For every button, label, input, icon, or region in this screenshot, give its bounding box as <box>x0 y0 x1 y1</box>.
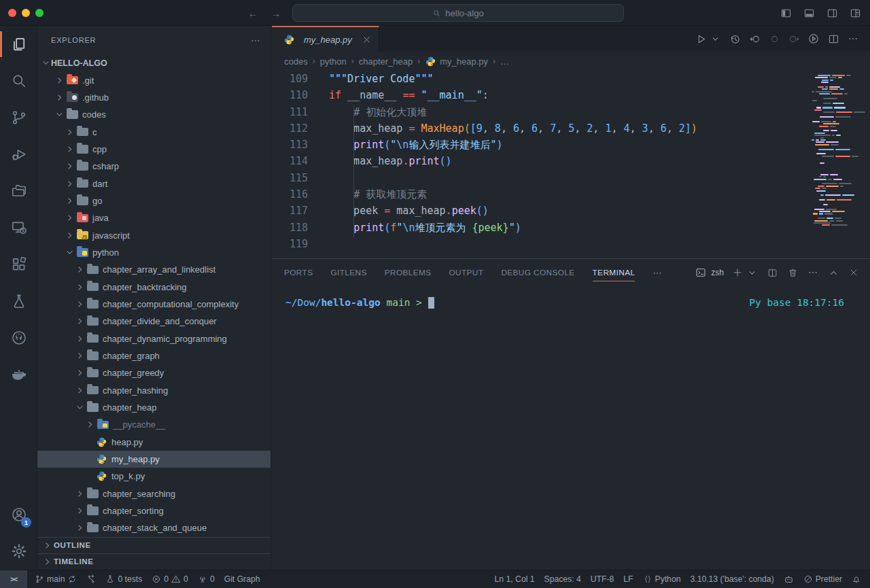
panel-tabs-more-icon[interactable]: ⋯ <box>652 268 662 278</box>
tree-item-dart[interactable]: dart <box>37 175 271 192</box>
panel-split-panel-icon[interactable] <box>765 265 779 280</box>
panel-tab-debug-console[interactable]: DEBUG CONSOLE <box>501 259 574 286</box>
editor-action-circle-plain-icon[interactable] <box>767 31 782 47</box>
command-center-search[interactable]: hello-algo <box>292 4 624 22</box>
tree-item-c[interactable]: c <box>37 123 271 140</box>
tree-item--github[interactable]: .github <box>37 89 271 106</box>
activity-folders[interactable] <box>0 173 37 209</box>
breadcrumb-item[interactable]: python <box>320 56 347 67</box>
tree-item-codes[interactable]: codes <box>37 106 271 123</box>
tree-item-top-k-py[interactable]: top_k.py <box>37 468 271 485</box>
layout-sidebar-right-icon[interactable] <box>825 5 839 20</box>
minimize-window-button[interactable] <box>22 9 30 17</box>
status-language-mode[interactable]: Python <box>638 570 686 588</box>
close-tab-icon[interactable] <box>362 35 372 45</box>
panel-close-icon[interactable] <box>847 265 860 280</box>
activity-extensions[interactable] <box>0 246 37 283</box>
editor-action-run-icon[interactable] <box>693 31 708 47</box>
status-git-branch[interactable]: main <box>30 570 82 588</box>
tree-item-javascript[interactable]: javascript <box>37 226 271 243</box>
tab-my-heap[interactable]: my_heap.py <box>272 26 379 52</box>
panel-tab-ports[interactable]: PORTS <box>284 259 313 286</box>
activity-remote-explorer[interactable] <box>0 209 37 246</box>
tree-item-chapter-greedy[interactable]: chapter_greedy <box>37 364 271 381</box>
tree-item-chapter-searching[interactable]: chapter_searching <box>37 485 271 502</box>
tree-item-chapter-heap[interactable]: chapter_heap <box>37 399 271 416</box>
panel-tab-output[interactable]: OUTPUT <box>449 259 483 286</box>
editor-action-ellipsis-icon[interactable] <box>846 31 860 47</box>
tree-item-heap-py[interactable]: heap.py <box>37 434 271 451</box>
tree-item-chapter-computational-complexity[interactable]: chapter_computational_complexity <box>37 296 271 313</box>
status-copilot[interactable] <box>779 570 799 588</box>
editor-action-history-icon[interactable] <box>727 31 742 47</box>
activity-settings-gear[interactable] <box>0 533 37 570</box>
breadcrumb-item[interactable]: chapter_heap <box>359 56 413 67</box>
new-terminal-icon[interactable] <box>731 265 744 280</box>
panel-chevron-up-icon[interactable] <box>826 265 840 280</box>
editor-action-circle-forward-icon[interactable] <box>786 31 801 47</box>
tree-item-chapter-divide-and-conquer[interactable]: chapter_divide_and_conquer <box>37 313 271 330</box>
terminal[interactable]: ~/Dow/hello-algo main > Py base 18:17:16 <box>272 286 870 570</box>
terminal-profile-dropdown-icon[interactable] <box>745 265 759 280</box>
status-cursor-position[interactable]: Ln 1, Col 1 <box>490 570 540 588</box>
explorer-more-actions-icon[interactable]: ⋯ <box>251 35 261 46</box>
panel-trash-icon[interactable] <box>786 265 799 280</box>
layout-panel-icon[interactable] <box>802 5 816 20</box>
panel-tab-terminal[interactable]: TERMINAL <box>593 259 636 286</box>
tree-item-python[interactable]: python <box>37 244 271 261</box>
navigate-forward-icon[interactable]: → <box>269 5 283 20</box>
panel-tab-problems[interactable]: PROBLEMS <box>385 259 432 286</box>
activity-docker[interactable] <box>0 356 37 393</box>
tree-item--pycache-[interactable]: __pycache__ <box>37 416 271 433</box>
status-indentation[interactable]: Spaces: 4 <box>540 570 586 588</box>
breadcrumb-item[interactable]: codes <box>284 56 308 67</box>
layout-sidebar-left-icon[interactable] <box>779 5 793 20</box>
editor-action-chevron-small-down-icon[interactable] <box>708 31 723 47</box>
status-remote-indicator[interactable]: >< <box>0 570 27 588</box>
tree-item-java[interactable]: java <box>37 209 271 226</box>
tree-item-chapter-stack-and-queue[interactable]: chapter_stack_and_queue <box>37 519 271 536</box>
activity-github[interactable] <box>0 319 37 356</box>
status-prettier[interactable]: Prettier <box>799 570 847 588</box>
tree-item--git[interactable]: .git <box>37 71 271 88</box>
tree-item-chapter-array-and-linkedlist[interactable]: chapter_array_and_linkedlist <box>37 261 271 278</box>
panel-ellipsis-icon[interactable] <box>806 265 820 280</box>
tree-item-chapter-dynamic-programming[interactable]: chapter_dynamic_programming <box>37 330 271 347</box>
status-problems[interactable]: 00 <box>147 570 193 588</box>
tree-item-chapter-backtracking[interactable]: chapter_backtracking <box>37 278 271 295</box>
zoom-window-button[interactable] <box>35 9 44 17</box>
status-python-interpreter[interactable]: 3.10.13 ('base': conda) <box>685 570 778 588</box>
close-window-button[interactable] <box>8 9 16 17</box>
status-ports[interactable]: 0 <box>193 570 220 588</box>
shell-selector[interactable]: zsh <box>694 265 724 280</box>
tree-item-cpp[interactable]: cpp <box>37 141 271 158</box>
tree-item-chapter-sorting[interactable]: chapter_sorting <box>37 502 271 519</box>
tree-item-chapter-hashing[interactable]: chapter_hashing <box>37 382 271 399</box>
breadcrumb-item[interactable]: … <box>500 56 509 67</box>
activity-source-control[interactable] <box>0 99 37 136</box>
layout-customize-icon[interactable] <box>848 5 862 20</box>
panel-tab-gitlens[interactable]: GITLENS <box>330 259 366 286</box>
tree-item-chapter-graph[interactable]: chapter_graph <box>37 347 271 364</box>
editor-action-run-circle-icon[interactable] <box>806 31 821 47</box>
status-gitlens[interactable] <box>82 570 101 588</box>
tree-item-csharp[interactable]: csharp <box>37 158 271 175</box>
activity-search[interactable] <box>0 63 37 99</box>
status-notifications[interactable] <box>847 570 866 588</box>
activity-run-debug[interactable] <box>0 136 37 173</box>
section-outline[interactable]: OUTLINE <box>37 537 271 553</box>
editor-action-circle-back-icon[interactable] <box>747 31 762 47</box>
activity-testing[interactable] <box>0 283 37 319</box>
tree-item-go[interactable]: go <box>37 192 271 209</box>
editor-action-split-editor-icon[interactable] <box>826 31 841 47</box>
status-tests[interactable]: 0 tests <box>101 570 147 588</box>
status-encoding[interactable]: UTF-8 <box>586 570 619 588</box>
status-git-graph[interactable]: Git Graph <box>220 570 265 588</box>
code-editor[interactable]: 109"""Driver Code"""110if __name__ == "_… <box>272 71 870 258</box>
tree-item-my-heap-py[interactable]: my_heap.py <box>37 451 271 468</box>
activity-accounts[interactable]: 1 <box>0 496 37 533</box>
breadcrumb-item[interactable]: my_heap.py <box>425 56 488 67</box>
activity-explorer[interactable] <box>0 26 37 63</box>
status-eol[interactable]: LF <box>619 570 638 588</box>
tree-item-hello-algo[interactable]: HELLO-ALGO <box>37 54 271 71</box>
